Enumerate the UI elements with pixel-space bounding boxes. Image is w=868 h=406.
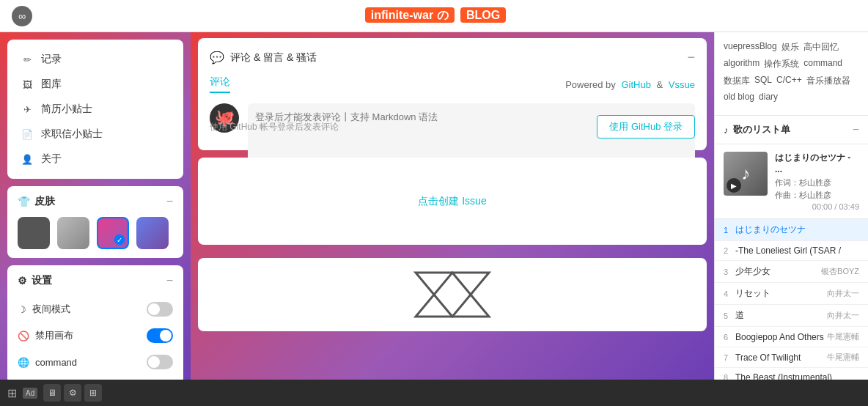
track-artist-7: 牛尾憲輔 xyxy=(827,352,859,363)
playlist-item-2[interactable]: 2 -The Loneliest Girl (TSAR / xyxy=(715,241,868,261)
comment-subheader: 评论 Powered by GitHub & Vssue xyxy=(210,75,695,93)
track-name-3: 少年少女 xyxy=(735,265,821,278)
comment-card: 💬 评论 & 留言 & 骚话 − 评论 Powered by GitHub & … xyxy=(198,38,707,150)
title-prefix: infinite-war の xyxy=(365,7,455,23)
tag-old-blog[interactable]: old blog xyxy=(724,92,754,102)
language-icon: 🌐 xyxy=(18,357,29,368)
tag-highschool[interactable]: 高中回忆 xyxy=(803,41,839,53)
settings-app-icon[interactable]: ⚙ xyxy=(64,384,81,402)
bottom-bar: ⊞ Ad 🖥 ⚙ ⊞ xyxy=(0,380,868,406)
playlist-item-6[interactable]: 6 Boogiepop And Others 牛尾憲輔 xyxy=(715,327,868,347)
playlist-item-3[interactable]: 3 少年少女 银杏BOYZ xyxy=(715,261,868,283)
track-name-7: Trace Of Twilight xyxy=(735,353,827,363)
nav-item-gallery[interactable]: 🖼 图库 xyxy=(18,72,173,97)
track-artist-3: 银杏BOYZ xyxy=(821,266,859,277)
settings-card-header: ⚙ 设置 − xyxy=(18,274,173,287)
current-song-arranger: 作曲：杉山胜彦 xyxy=(775,190,859,201)
tag-command[interactable]: command xyxy=(803,58,842,70)
comment-tab[interactable]: 评论 xyxy=(210,75,230,93)
comment-card-header: 💬 评论 & 留言 & 骚话 − xyxy=(210,50,695,65)
skin-option-dark[interactable] xyxy=(18,217,50,249)
bottom-app-icons: 🖥 ⚙ ⊞ xyxy=(43,384,102,402)
tag-algorithm[interactable]: algorithm xyxy=(724,58,760,70)
music-header: ♪ 歌のリスト单 − xyxy=(715,116,868,144)
skin-option-gradient[interactable] xyxy=(136,217,169,249)
track-artist-5: 向井太一 xyxy=(827,310,859,321)
night-mode-toggle[interactable] xyxy=(147,302,173,317)
blog-badge: BLOG xyxy=(460,7,506,23)
playlist-item-7[interactable]: 7 Trace Of Twilight 牛尾憲輔 xyxy=(715,347,868,368)
monitor-app-icon[interactable]: 🖥 xyxy=(43,384,61,402)
album-art[interactable]: ♪ ▶ xyxy=(724,152,768,196)
tag-os[interactable]: 操作系统 xyxy=(764,58,799,70)
about-icon: 👤 xyxy=(21,154,34,165)
skin-title: 👕 皮肤 xyxy=(18,195,55,208)
music-playlist: 1 はじまりのセツナ 2 -The Loneliest Girl (TSAR /… xyxy=(715,219,868,380)
tag-diary[interactable]: diary xyxy=(759,92,778,102)
track-artist-6: 牛尾憲輔 xyxy=(827,331,859,342)
left-sidebar: ✏ 记录 🖼 图库 ✈ 简历小贴士 📄 求职信小贴士 👤 关于 xyxy=(0,32,191,380)
playlist-item-8[interactable]: 8 The Beast (Instrumental) xyxy=(715,368,868,380)
grid-icon[interactable]: ⊞ xyxy=(7,386,17,400)
github-login-button[interactable]: 使用 GitHub 登录 xyxy=(597,115,695,139)
nav-item-records[interactable]: ✏ 记录 xyxy=(18,47,173,72)
track-name-5: 道 xyxy=(735,309,827,322)
track-num-8: 8 xyxy=(724,373,735,380)
cover-letter-icon: 📄 xyxy=(21,129,34,140)
skin-icon: 👕 xyxy=(18,196,30,207)
grid-app-icon[interactable]: ⊞ xyxy=(84,384,102,402)
tag-music-player[interactable]: 音乐播放器 xyxy=(806,75,850,87)
skin-option-pink[interactable]: ✓ xyxy=(97,217,129,249)
header: ∞ infinite-war の BLOG xyxy=(0,0,868,32)
ad-badge: Ad xyxy=(23,388,37,399)
disable-canvas-label: 🚫 禁用画布 xyxy=(18,329,73,342)
tag-sql[interactable]: SQL xyxy=(754,75,772,87)
tag-vuepressblog[interactable]: vuepressBlog xyxy=(724,41,777,53)
vssue-link[interactable]: Vssue xyxy=(669,79,695,90)
settings-icon: ⚙ xyxy=(18,275,27,287)
create-issue-link[interactable]: 点击创建 Issue xyxy=(418,195,486,207)
track-name-4: リセット xyxy=(735,287,827,300)
track-num-6: 6 xyxy=(724,333,735,342)
playlist-item-1[interactable]: 1 はじまりのセツナ xyxy=(715,219,868,241)
tags-section: vuepressBlog 娱乐 高中回忆 algorithm 操作系统 comm… xyxy=(715,32,868,116)
skin-options: ✓ xyxy=(18,217,173,249)
playlist-item-4[interactable]: 4 リセット 向井太一 xyxy=(715,283,868,305)
nav-item-cover-letter[interactable]: 📄 求职信小贴士 xyxy=(18,122,173,147)
records-icon: ✏ xyxy=(21,54,34,65)
nav-label-cover-letter: 求职信小贴士 xyxy=(41,128,103,141)
site-logo[interactable]: ∞ xyxy=(12,6,32,26)
tag-cpp[interactable]: C/C++ xyxy=(776,75,802,87)
tag-entertainment[interactable]: 娱乐 xyxy=(781,41,799,53)
settings-title: ⚙ 设置 xyxy=(18,274,52,287)
svg-marker-0 xyxy=(416,273,489,317)
playlist-item-5[interactable]: 5 道 向井太一 xyxy=(715,305,868,327)
skin-option-gray[interactable] xyxy=(57,217,89,249)
disable-canvas-icon: 🚫 xyxy=(18,331,29,342)
night-mode-icon: ☽ xyxy=(18,304,26,315)
tag-database[interactable]: 数据库 xyxy=(724,75,750,87)
center-content: 💬 评论 & 留言 & 骚话 − 评论 Powered by GitHub & … xyxy=(191,32,714,380)
skin-collapse-button[interactable]: − xyxy=(166,195,173,208)
play-button[interactable]: ▶ xyxy=(727,178,741,193)
shape-graphic xyxy=(408,265,496,324)
comment-icon: 💬 xyxy=(210,51,224,64)
track-name-8: The Beast (Instrumental) xyxy=(735,372,859,380)
tag-row-1: vuepressBlog 娱乐 高中回忆 xyxy=(724,41,859,53)
settings-collapse-button[interactable]: − xyxy=(166,274,173,287)
comment-collapse-button[interactable]: − xyxy=(687,50,695,65)
language-toggle[interactable] xyxy=(147,355,173,369)
track-num-2: 2 xyxy=(724,246,735,255)
svg-marker-1 xyxy=(416,273,489,317)
track-name-6: Boogiepop And Others xyxy=(735,332,827,342)
nav-item-about[interactable]: 👤 关于 xyxy=(18,147,173,171)
github-link[interactable]: GitHub xyxy=(621,79,650,90)
powered-by: Powered by GitHub & Vssue xyxy=(565,79,695,90)
music-info: はじまりのセツナ - ... 作词：杉山胜彦 作曲：杉山胜彦 00:00 / 0… xyxy=(775,152,859,211)
current-song-composer: 作词：杉山胜彦 xyxy=(775,177,859,188)
disable-canvas-toggle[interactable] xyxy=(147,328,173,343)
nav-item-resume-tips[interactable]: ✈ 简历小贴士 xyxy=(18,97,173,122)
setting-language: 🌐 command xyxy=(18,349,173,375)
music-collapse-button[interactable]: − xyxy=(853,123,859,136)
track-artist-4: 向井太一 xyxy=(827,288,859,299)
